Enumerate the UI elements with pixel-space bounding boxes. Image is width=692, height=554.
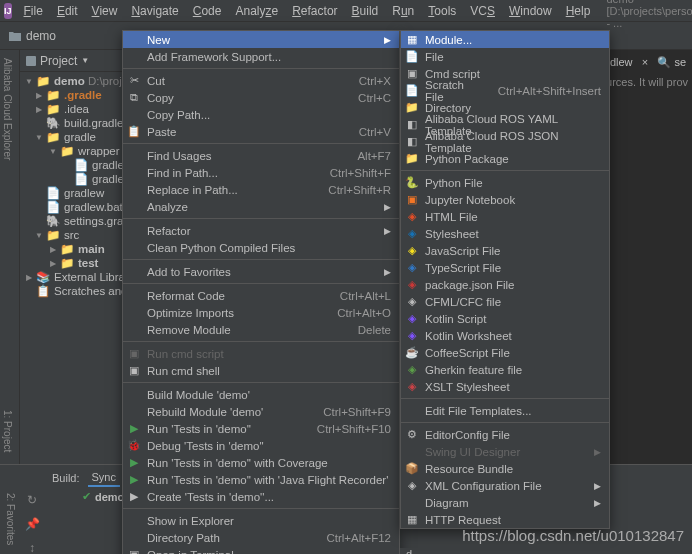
submenu-python-file[interactable]: 🐍Python File <box>401 174 609 191</box>
submenu-gherkin[interactable]: ◈Gherkin feature file <box>401 361 609 378</box>
build-label: Build: <box>52 472 80 484</box>
menu-edit[interactable]: Edit <box>51 2 84 20</box>
menu-analyze[interactable]: Analyze <box>229 2 284 20</box>
submenu-file[interactable]: 📄File <box>401 48 609 65</box>
submenu-edit-templates[interactable]: Edit File Templates... <box>401 402 609 419</box>
menu-add-framework[interactable]: Add Framework Support... <box>123 48 399 65</box>
menu-show-explorer[interactable]: Show in Explorer <box>123 512 399 529</box>
submenu-cfml[interactable]: ◈CFML/CFC file <box>401 293 609 310</box>
menu-view[interactable]: View <box>86 2 124 20</box>
menu-create-tests[interactable]: ▶Create 'Tests in 'demo''... <box>123 488 399 505</box>
submenu-module[interactable]: ▦Module... <box>401 31 609 48</box>
menu-replace-in-path[interactable]: Replace in Path...Ctrl+Shift+R <box>123 181 399 198</box>
css-icon: ◈ <box>405 227 419 241</box>
js-icon: ◈ <box>405 244 419 258</box>
submenu-arrow-icon: ▶ <box>384 267 391 277</box>
context-menu: New▶ Add Framework Support... ✂CutCtrl+X… <box>122 30 400 554</box>
pin-icon[interactable]: 📌 <box>25 517 40 531</box>
submenu-diagram[interactable]: Diagram▶ <box>401 494 609 511</box>
menu-cut[interactable]: ✂CutCtrl+X <box>123 72 399 89</box>
menu-paste[interactable]: 📋PasteCtrl+V <box>123 123 399 140</box>
submenu-xml-config[interactable]: ◈XML Configuration File▶ <box>401 477 609 494</box>
submenu-arrow-icon: ▶ <box>594 447 601 457</box>
file-icon: 📄 <box>405 50 419 64</box>
menu-add-favorites[interactable]: Add to Favorites▶ <box>123 263 399 280</box>
menu-vcs[interactable]: VCS <box>464 2 501 20</box>
kotlin-icon: ◈ <box>405 329 419 343</box>
menu-flight-recorder[interactable]: ▶Run 'Tests in 'demo'' with 'Java Flight… <box>123 471 399 488</box>
module-icon: ▦ <box>405 33 419 47</box>
submenu-xslt[interactable]: ◈XSLT Stylesheet <box>401 378 609 395</box>
menu-new[interactable]: New▶ <box>123 31 399 48</box>
menu-find-in-path[interactable]: Find in Path...Ctrl+Shift+F <box>123 164 399 181</box>
tab-favorites[interactable]: 2: Favorites <box>3 485 18 553</box>
kotlin-icon: ◈ <box>405 312 419 326</box>
menu-file[interactable]: File <box>18 2 49 20</box>
paste-icon: 📋 <box>127 125 141 139</box>
menu-run-cmd-shell[interactable]: ▣Run cmd shell <box>123 362 399 379</box>
submenu-coffee[interactable]: ☕CoffeeScript File <box>401 344 609 361</box>
xslt-icon: ◈ <box>405 380 419 394</box>
sync-icon[interactable]: ↻ <box>27 493 37 507</box>
menu-run[interactable]: Run <box>386 2 420 20</box>
menu-run-tests[interactable]: ▶Run 'Tests in 'demo''Ctrl+Shift+F10 <box>123 420 399 437</box>
gherkin-icon: ◈ <box>405 363 419 377</box>
menu-directory-path[interactable]: Directory PathCtrl+Alt+F12 <box>123 529 399 546</box>
menu-debug-tests[interactable]: 🐞Debug 'Tests in 'demo'' <box>123 437 399 454</box>
breadcrumb-project[interactable]: demo <box>26 29 56 43</box>
submenu-kotlin-script[interactable]: ◈Kotlin Script <box>401 310 609 327</box>
menu-open-terminal[interactable]: ▣Open in Terminal <box>123 546 399 554</box>
submenu-html[interactable]: ◈HTML File <box>401 208 609 225</box>
menu-clean-python[interactable]: Clean Python Compiled Files <box>123 239 399 256</box>
tab-project[interactable]: 1: Project <box>0 402 15 460</box>
menu-copy[interactable]: ⧉CopyCtrl+C <box>123 89 399 106</box>
http-icon: ▦ <box>405 513 419 527</box>
cfml-icon: ◈ <box>405 295 419 309</box>
menu-refactor[interactable]: Refactor <box>286 2 343 20</box>
submenu-scratch[interactable]: 📄Scratch FileCtrl+Alt+Shift+Insert <box>401 82 609 99</box>
dropdown-icon[interactable]: ▼ <box>81 56 89 65</box>
menu-help[interactable]: Help <box>560 2 597 20</box>
menu-coverage[interactable]: ▶Run 'Tests in 'demo'' with Coverage <box>123 454 399 471</box>
app-icon: IJ <box>4 3 12 19</box>
menu-reformat[interactable]: Reformat CodeCtrl+Alt+L <box>123 287 399 304</box>
html-icon: ◈ <box>405 210 419 224</box>
submenu-resource-bundle[interactable]: 📦Resource Bundle <box>401 460 609 477</box>
menu-copy-path[interactable]: Copy Path... <box>123 106 399 123</box>
menu-build[interactable]: Build <box>346 2 385 20</box>
coverage-icon: ▶ <box>127 456 141 470</box>
tab-alibaba-explorer[interactable]: Alibaba Cloud Explorer <box>0 50 15 168</box>
submenu-jupyter[interactable]: ▣Jupyter Notebook <box>401 191 609 208</box>
menu-build-module[interactable]: Build Module 'demo' <box>123 386 399 403</box>
menu-find-usages[interactable]: Find UsagesAlt+F7 <box>123 147 399 164</box>
menu-window[interactable]: Window <box>503 2 558 20</box>
window-title: demo [D:\projects\personal\demo] - ... <box>606 0 692 29</box>
submenu-ros-json[interactable]: ◧Alibaba Cloud ROS JSON Template <box>401 133 609 150</box>
svg-rect-0 <box>26 56 36 66</box>
menu-navigate[interactable]: Navigate <box>125 2 184 20</box>
build-sync-tab[interactable]: Sync <box>88 469 120 487</box>
coffee-icon: ☕ <box>405 346 419 360</box>
menu-rebuild-module[interactable]: Rebuild Module 'demo'Ctrl+Shift+F9 <box>123 403 399 420</box>
bundle-icon: 📦 <box>405 462 419 476</box>
expand-icon[interactable]: ↕ <box>29 541 35 554</box>
left-tool-tabs: Alibaba Cloud Explorer 1: Project <box>0 50 20 464</box>
bottom-toolbar: 2: Favorites <box>0 465 20 554</box>
submenu-python-pkg[interactable]: 📁Python Package <box>401 150 609 167</box>
submenu-package-json[interactable]: ◈package.json File <box>401 276 609 293</box>
submenu-editorconfig[interactable]: ⚙EditorConfig File <box>401 426 609 443</box>
menu-optimize[interactable]: Optimize ImportsCtrl+Alt+O <box>123 304 399 321</box>
menu-tools[interactable]: Tools <box>422 2 462 20</box>
project-icon <box>26 56 36 66</box>
menu-analyze[interactable]: Analyze▶ <box>123 198 399 215</box>
submenu-arrow-icon: ▶ <box>384 226 391 236</box>
menu-code[interactable]: Code <box>187 2 228 20</box>
ts-icon: ◈ <box>405 261 419 275</box>
submenu-javascript[interactable]: ◈JavaScript File <box>401 242 609 259</box>
submenu-stylesheet[interactable]: ◈Stylesheet <box>401 225 609 242</box>
submenu-http[interactable]: ▦HTTP Request <box>401 511 609 528</box>
submenu-kotlin-worksheet[interactable]: ◈Kotlin Worksheet <box>401 327 609 344</box>
menu-remove-module[interactable]: Remove ModuleDelete <box>123 321 399 338</box>
submenu-typescript[interactable]: ◈TypeScript File <box>401 259 609 276</box>
menu-refactor[interactable]: Refactor▶ <box>123 222 399 239</box>
